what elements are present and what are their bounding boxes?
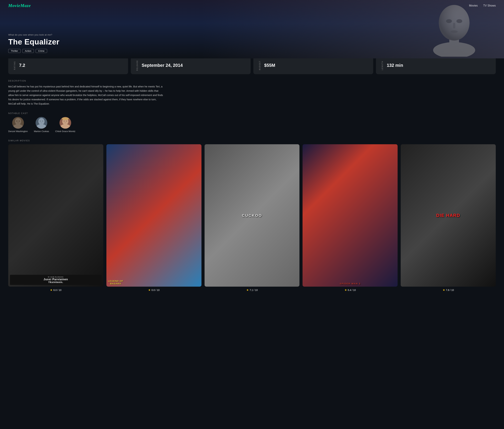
similar-section: SIMILAR MOVIES EI VAIN ELOKUVA Jussi Par… (8, 140, 496, 292)
hero-tagline: What do you see when you look at me? (8, 34, 60, 36)
main-content: DESCRIPTION McCall believes he has put h… (0, 80, 504, 292)
cast-name-1: Marton Csokas (34, 130, 49, 132)
stat-rating: Rating 7.2 (8, 57, 128, 74)
cast-list: Denzel Washington Marton Csokas (8, 117, 496, 132)
movie-poster-4: DIE HARD (401, 144, 496, 287)
movie-rating-1: ★ 0.0 / 10 (148, 288, 160, 292)
movies-row: EI VAIN ELOKUVA Jussi Parviainen Yksinte… (8, 144, 496, 292)
movie-card-0[interactable]: EI VAIN ELOKUVA Jussi Parviainen Yksinte… (8, 144, 103, 292)
nav-movies[interactable]: Movies (469, 4, 478, 7)
logo[interactable]: MovieMaze (8, 3, 31, 8)
movie-poster-2: CUCKOO (205, 144, 300, 287)
movie-rating-0: ★ 6.0 / 10 (50, 288, 61, 292)
svg-point-5 (456, 19, 462, 23)
avatar-chloe (60, 117, 71, 129)
cast-name-0: Denzel Washington (8, 130, 28, 132)
svg-point-18 (42, 121, 43, 122)
star-icon-1: ★ (148, 288, 151, 292)
cast-member-0: Denzel Washington (8, 117, 28, 132)
movie-card-4[interactable]: DIE HARD ★ 7.8 / 10 (401, 144, 496, 292)
avatar-denzel (12, 117, 24, 129)
svg-point-14 (38, 118, 45, 125)
svg-point-2 (433, 42, 475, 57)
svg-point-12 (18, 121, 20, 122)
description-label: DESCRIPTION (8, 80, 496, 82)
movie-card-1[interactable]: LEGEND OFBASARA ★ 0.0 / 10 (106, 144, 201, 292)
nav-tv-shows[interactable]: TV Shows (483, 4, 496, 7)
svg-point-17 (40, 121, 41, 122)
genre-tag-action[interactable]: Action (22, 49, 34, 53)
navigation: MovieMaze Movies TV Shows (0, 0, 504, 11)
cast-member-1: Marton Csokas (34, 117, 49, 132)
movie-poster-0: EI VAIN ELOKUVA Jussi Parviainen Yksinte… (8, 144, 103, 287)
nav-links: Movies TV Shows (469, 4, 496, 7)
svg-point-24 (66, 121, 67, 122)
genre-tag-crime[interactable]: Crime (36, 49, 47, 53)
svg-point-4 (446, 19, 452, 23)
svg-rect-6 (453, 23, 455, 28)
stat-label-rating: Rating (14, 61, 16, 70)
movie-rating-4: ★ 7.8 / 10 (443, 288, 454, 292)
movie-poster-3: SPIDER-MAN 3 (303, 144, 398, 287)
star-icon-0: ★ (50, 288, 53, 292)
svg-point-10 (13, 124, 23, 129)
description-text: McCall believes he has put his mysteriou… (8, 85, 163, 106)
svg-point-8 (15, 118, 21, 125)
star-icon-4: ★ (443, 288, 445, 292)
svg-point-7 (450, 30, 458, 33)
cast-label: NOTABLE CAST (8, 112, 496, 114)
stat-value-rating: 7.2 (19, 63, 25, 68)
hero-content: What do you see when you look at me? The… (0, 34, 68, 58)
stat-value-release: September 24, 2014 (142, 63, 183, 68)
description-section: DESCRIPTION McCall believes he has put h… (8, 80, 496, 106)
cast-member-2: Chloë Grace Moretz (55, 117, 75, 132)
cast-section: NOTABLE CAST Denzel Washington (8, 112, 496, 132)
star-icon-3: ★ (344, 288, 347, 292)
genre-tags: Thriller Action Crime (8, 49, 60, 53)
avatar-marton (36, 117, 47, 129)
stat-label-budget: Budget (259, 61, 261, 70)
movie-card-2[interactable]: CUCKOO ★ 7.1 / 10 (205, 144, 300, 292)
svg-point-16 (37, 124, 46, 129)
stat-value-budget: $55M (264, 63, 275, 68)
movie-rating-3: ★ 6.4 / 10 (344, 288, 356, 292)
movie-card-3[interactable]: SPIDER-MAN 3 ★ 6.4 / 10 (303, 144, 398, 292)
stat-length: Length 132 min (376, 57, 496, 74)
svg-point-13 (17, 122, 19, 123)
hero-title: The Equalizer (8, 37, 60, 46)
stat-label-release: Release (136, 60, 138, 71)
similar-label: SIMILAR MOVIES (8, 140, 496, 142)
stat-release: Release September 24, 2014 (131, 57, 251, 74)
stat-label-length: Length (381, 61, 383, 70)
svg-point-11 (16, 121, 18, 122)
stats-row: Rating 7.2 Release September 24, 2014 Bu… (0, 57, 504, 74)
movie-rating-2: ★ 7.1 / 10 (246, 288, 258, 292)
svg-point-25 (64, 122, 66, 123)
svg-point-26 (62, 117, 69, 120)
star-icon-2: ★ (246, 288, 249, 292)
genre-tag-thriller[interactable]: Thriller (8, 49, 21, 53)
svg-point-22 (61, 124, 70, 129)
svg-point-19 (40, 122, 43, 123)
movie-poster-1: LEGEND OFBASARA (106, 144, 201, 287)
stat-budget: Budget $55M (253, 57, 373, 74)
svg-point-23 (63, 121, 65, 122)
stat-value-length: 132 min (387, 63, 403, 68)
cast-name-2: Chloë Grace Moretz (55, 130, 75, 132)
